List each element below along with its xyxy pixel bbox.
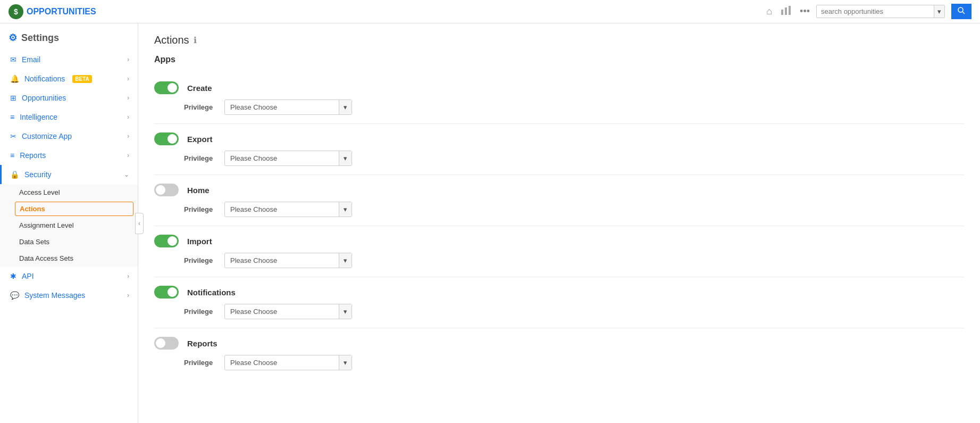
app-logo: $ OPPORTUNITIES	[9, 4, 760, 19]
privilege-select-import[interactable]: Please Choose ▾	[224, 253, 352, 268]
action-row-reports: Reports Privilege Please Choose ▾	[154, 328, 964, 379]
toggle-export[interactable]	[154, 132, 179, 145]
sidebar-item-intelligence[interactable]: ≡ Intelligence ›	[0, 107, 138, 127]
privilege-row-home: Privilege Please Choose ▾	[154, 202, 964, 217]
home-icon[interactable]: ⌂	[766, 6, 772, 17]
search-button[interactable]	[951, 4, 971, 19]
sidebar-item-customize-app[interactable]: ✂ Customize App ›	[0, 127, 138, 146]
privilege-dropdown-btn-home[interactable]: ▾	[339, 202, 351, 217]
privilege-dropdown-btn-notifications[interactable]: ▾	[339, 304, 351, 319]
svg-line-4	[962, 12, 965, 14]
svg-rect-0	[781, 10, 783, 15]
sidebar-item-api[interactable]: ✱ API ›	[0, 267, 138, 286]
privilege-row-reports: Privilege Please Choose ▾	[154, 355, 964, 370]
main-content: Actions ℹ Apps Create Privilege Please C…	[138, 23, 980, 423]
privilege-select-notifications[interactable]: Please Choose ▾	[224, 304, 352, 319]
privilege-label-import: Privilege	[184, 256, 216, 264]
privilege-dropdown-btn-create[interactable]: ▾	[339, 100, 351, 114]
action-header-create: Create	[154, 81, 964, 94]
list-icon: ≡	[10, 113, 14, 121]
privilege-select-create[interactable]: Please Choose ▾	[224, 99, 352, 115]
toggle-notifications[interactable]	[154, 286, 179, 298]
action-row-notifications: Notifications Privilege Please Choose ▾	[154, 277, 964, 328]
svg-rect-1	[785, 7, 787, 15]
sidebar-item-opportunities[interactable]: ⊞ Opportunities ›	[0, 88, 138, 107]
search-container: ▾	[816, 5, 945, 18]
search-input[interactable]	[817, 5, 934, 18]
toggle-import[interactable]	[154, 235, 179, 247]
sidebar-item-notifications[interactable]: 🔔 Notifications BETA ›	[0, 69, 138, 88]
beta-badge: BETA	[72, 75, 91, 83]
sidebar-title-text: Settings	[21, 32, 59, 44]
search-dropdown-btn[interactable]: ▾	[934, 5, 944, 18]
action-row-create: Create Privilege Please Choose ▾	[154, 73, 964, 123]
action-row-export: Export Privilege Please Choose ▾	[154, 123, 964, 175]
action-header-home: Home	[154, 184, 964, 196]
action-header-export: Export	[154, 132, 964, 145]
sidebar-label-reports: Reports	[20, 151, 46, 160]
privilege-select-home[interactable]: Please Choose ▾	[224, 202, 352, 217]
submenu-item-assignment-level[interactable]: Assignment Level	[0, 217, 138, 234]
sidebar-item-reports[interactable]: ≡ Reports ›	[0, 146, 138, 165]
action-name-export: Export	[187, 135, 213, 144]
toggle-reports[interactable]	[154, 337, 179, 350]
action-header-notifications: Notifications	[154, 286, 964, 298]
privilege-select-text-home: Please Choose	[225, 202, 339, 217]
chevron-right-icon: ›	[127, 56, 129, 63]
privilege-select-text-notifications: Please Choose	[225, 304, 339, 319]
privilege-select-text-export: Please Choose	[225, 151, 339, 165]
bell-icon: 🔔	[10, 74, 19, 83]
api-icon: ✱	[10, 272, 16, 280]
sidebar-label-notifications: Notifications	[24, 74, 65, 83]
header-icons: ⌂ •••	[766, 5, 810, 18]
top-header: $ OPPORTUNITIES ⌂ ••• ▾	[0, 0, 980, 23]
sidebar-item-email[interactable]: ✉ Email ›	[0, 50, 138, 69]
privilege-select-reports[interactable]: Please Choose ▾	[224, 355, 352, 370]
submenu-item-access-level[interactable]: Access Level	[0, 184, 138, 201]
layout: ⚙ Settings ✉ Email › 🔔 Notifications BET…	[0, 23, 980, 423]
message-icon: 💬	[10, 291, 19, 300]
sidebar-label-security: Security	[24, 170, 52, 179]
submenu-item-data-sets[interactable]: Data Sets	[0, 234, 138, 250]
reports-icon: ≡	[10, 151, 14, 160]
chevron-right-icon: ›	[127, 152, 129, 159]
info-icon[interactable]: ℹ	[194, 35, 197, 45]
section-title: Apps	[154, 55, 964, 64]
submenu-item-actions[interactable]: Actions	[15, 202, 133, 216]
more-icon[interactable]: •••	[800, 6, 810, 17]
collapse-handle[interactable]: ‹	[135, 213, 144, 234]
action-name-import: Import	[187, 237, 212, 246]
privilege-row-export: Privilege Please Choose ▾	[154, 151, 964, 166]
action-header-import: Import	[154, 235, 964, 247]
chart-icon[interactable]	[781, 5, 791, 18]
privilege-dropdown-btn-export[interactable]: ▾	[339, 151, 351, 165]
grid-icon: ⊞	[10, 94, 16, 102]
sidebar-item-security[interactable]: 🔒 Security ⌄	[0, 165, 138, 184]
privilege-row-create: Privilege Please Choose ▾	[154, 99, 964, 115]
privilege-dropdown-btn-import[interactable]: ▾	[339, 253, 351, 268]
chevron-right-icon: ›	[127, 75, 129, 82]
chevron-right-icon: ›	[127, 272, 129, 280]
privilege-select-text-reports: Please Choose	[225, 355, 339, 370]
page-title: Actions	[154, 34, 189, 46]
sidebar-item-system-messages[interactable]: 💬 System Messages ›	[0, 286, 138, 305]
action-name-notifications: Notifications	[187, 288, 236, 297]
sidebar-label-email: Email	[22, 55, 40, 64]
action-row-home: Home Privilege Please Choose ▾	[154, 175, 964, 226]
chevron-right-icon: ›	[127, 132, 129, 140]
privilege-label-reports: Privilege	[184, 359, 216, 367]
action-rows-container: Create Privilege Please Choose ▾ Export …	[154, 73, 964, 379]
submenu-item-data-access-sets[interactable]: Data Access Sets	[0, 250, 138, 267]
sidebar: ⚙ Settings ✉ Email › 🔔 Notifications BET…	[0, 23, 138, 423]
toggle-create[interactable]	[154, 81, 179, 94]
security-submenu: Access Level Actions Assignment Level Da…	[0, 184, 138, 267]
privilege-row-notifications: Privilege Please Choose ▾	[154, 304, 964, 319]
privilege-dropdown-btn-reports[interactable]: ▾	[339, 355, 351, 370]
privilege-select-export[interactable]: Please Choose ▾	[224, 151, 352, 166]
privilege-select-text-create: Please Choose	[225, 100, 339, 114]
toggle-home[interactable]	[154, 184, 179, 196]
privilege-select-text-import: Please Choose	[225, 253, 339, 268]
chevron-right-icon: ›	[127, 94, 129, 102]
privilege-label-home: Privilege	[184, 205, 216, 213]
gear-icon: ⚙	[9, 32, 17, 44]
